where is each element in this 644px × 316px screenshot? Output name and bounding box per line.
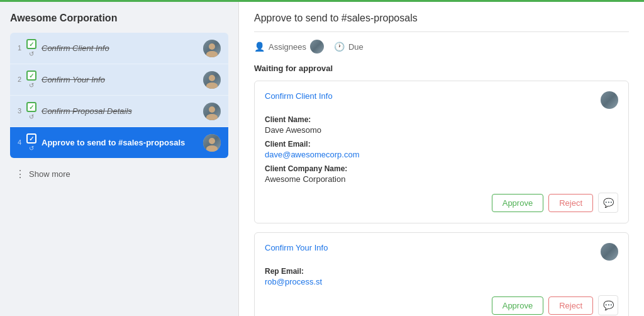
approval-card-2: Confirm Your Info Rep Email: rob@process… — [254, 232, 629, 316]
client-name-label: Client Name: — [265, 115, 618, 124]
check-icon-4 — [26, 133, 36, 144]
reload-icon-2: ↺ — [29, 82, 34, 89]
check-icon-2 — [26, 71, 36, 81]
assignee-avatar — [310, 40, 324, 54]
approval-card-1: Confirm Client Info Client Name: Dave Aw… — [254, 81, 629, 223]
assignees-label: Assignees — [269, 42, 306, 52]
person-icon: 👤 — [254, 42, 265, 52]
right-panel-title: Approve to send to #sales-proposals — [254, 13, 629, 24]
checklist-item-2[interactable]: 2 ↺ Confirm Your Info — [10, 64, 228, 96]
check-icon-3 — [26, 102, 36, 112]
show-more-label: Show more — [29, 169, 70, 179]
right-divider — [254, 31, 629, 32]
app-wrapper: Awesome Corporation 1 ↺ Confirm Client I… — [0, 0, 644, 316]
client-name-value: Dave Awesomo — [265, 125, 618, 135]
clock-icon: 🕐 — [334, 42, 345, 52]
item-label-4: Approve to send to #sales-proposals — [42, 138, 203, 147]
client-company-value: Awesome Corporation — [265, 174, 618, 184]
checklist-item-1[interactable]: 1 ↺ Confirm Client Info — [10, 33, 228, 64]
client-company-label: Client Company Name: — [265, 164, 618, 173]
assignees-meta: 👤 Assignees — [254, 40, 324, 54]
checklist: 1 ↺ Confirm Client Info 2 ↺ Confirm Your… — [10, 33, 228, 158]
card-title-1: Confirm Client Info — [265, 91, 333, 101]
field-rep-email: Rep Email: rob@process.st — [265, 267, 618, 286]
due-meta: 🕐 Due — [334, 42, 364, 52]
progress-bar — [0, 0, 644, 2]
reload-icon-4: ↺ — [29, 145, 34, 152]
field-client-email: Client Email: dave@awesomecorp.com — [265, 140, 618, 159]
card-title-2: Confirm Your Info — [265, 243, 328, 252]
client-email-value[interactable]: dave@awesomecorp.com — [265, 150, 618, 159]
approve-button-1[interactable]: Approve — [492, 194, 543, 212]
card-footer-1: Approve Reject 💬 — [265, 193, 618, 213]
checklist-title: Awesome Corporation — [10, 13, 228, 24]
item-label-2: Confirm Your Info — [42, 75, 203, 84]
waiting-section-title: Waiting for approval — [254, 64, 629, 73]
rep-email-label: Rep Email: — [265, 267, 618, 276]
client-email-label: Client Email: — [265, 140, 618, 149]
checklist-item-4[interactable]: 4 ↺ Approve to send to #sales-proposals — [10, 127, 228, 158]
reject-button-2[interactable]: Reject — [548, 296, 593, 315]
reload-icon-1: ↺ — [29, 50, 34, 57]
right-panel: Approve to send to #sales-proposals 👤 As… — [239, 0, 644, 316]
avatar-4 — [203, 134, 221, 152]
item-label-3: Confirm Proposal Details — [42, 106, 203, 116]
comment-button-2[interactable]: 💬 — [598, 295, 618, 315]
check-icon-1 — [26, 39, 36, 49]
item-number-2: 2 — [18, 76, 26, 83]
card-avatar-2 — [601, 243, 618, 261]
approve-button-2[interactable]: Approve — [492, 296, 543, 315]
item-number-4: 4 — [18, 139, 26, 146]
avatar-2 — [203, 71, 221, 89]
reload-icon-3: ↺ — [29, 113, 34, 120]
comment-icon-2: 💬 — [603, 300, 614, 310]
avatar-3 — [203, 103, 221, 120]
field-client-name: Client Name: Dave Awesomo — [265, 115, 618, 135]
card-footer-2: Approve Reject 💬 — [265, 295, 618, 315]
checklist-item-3[interactable]: 3 ↺ Confirm Proposal Details — [10, 96, 228, 127]
item-number-3: 3 — [18, 108, 26, 115]
rep-email-value[interactable]: rob@process.st — [265, 277, 618, 286]
field-client-company: Client Company Name: Awesome Corporation — [265, 164, 618, 184]
dots-icon: ⋮ — [15, 168, 25, 180]
comment-icon-1: 💬 — [603, 198, 614, 208]
card-header-2: Confirm Your Info — [265, 243, 618, 261]
card-avatar-1 — [601, 91, 618, 109]
meta-row: 👤 Assignees 🕐 Due — [254, 40, 629, 54]
comment-button-1[interactable]: 💬 — [598, 193, 618, 213]
item-number-1: 1 — [18, 45, 26, 52]
due-label: Due — [348, 42, 364, 52]
show-more-button[interactable]: ⋮ Show more — [10, 166, 228, 183]
left-panel: Awesome Corporation 1 ↺ Confirm Client I… — [0, 0, 239, 316]
card-header-1: Confirm Client Info — [265, 91, 618, 109]
item-label-1: Confirm Client Info — [42, 43, 203, 53]
avatar-1 — [203, 40, 221, 57]
reject-button-1[interactable]: Reject — [548, 194, 593, 212]
